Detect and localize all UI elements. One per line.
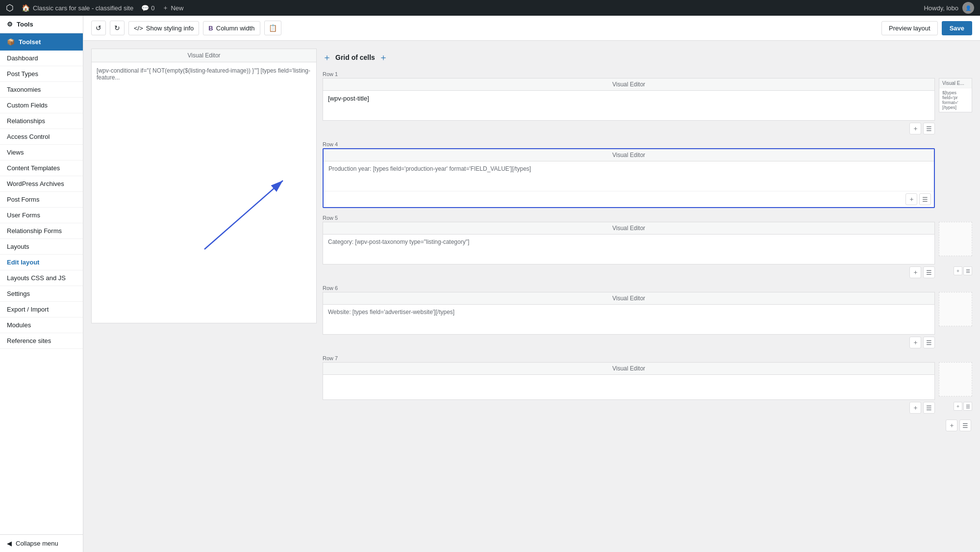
undo-button[interactable]: ↺: [91, 21, 106, 35]
row-1-menu-button[interactable]: ☰: [923, 123, 935, 134]
comments-link[interactable]: 💬 0: [141, 4, 154, 12]
save-button[interactable]: Save: [942, 21, 972, 35]
row-4-menu-button[interactable]: ☰: [919, 193, 931, 205]
redo-button[interactable]: ↻: [110, 21, 125, 35]
row-4-cells: Visual Editor Production year: [types fi…: [323, 148, 972, 208]
grid-add-left-button[interactable]: ＋: [323, 52, 331, 63]
sidebar-item-reference-sites[interactable]: Reference sites: [0, 333, 83, 349]
row-5-block: Row 5 Visual Editor Category: [wpv-post-…: [323, 212, 972, 278]
row-4-footer: ＋ ☰: [324, 191, 934, 207]
left-ve-header: Visual Editor: [92, 49, 316, 62]
row-7-label: Row 7: [323, 352, 972, 362]
row-7-cells: Visual Editor: [323, 362, 972, 400]
admin-bar-right: Howdy, lobo 👤: [924, 2, 974, 14]
sidebar-tools-header: ⚙ Tools: [0, 16, 83, 33]
show-styling-button[interactable]: </> Show styling info: [128, 21, 199, 35]
sidebar-item-modules[interactable]: Modules: [0, 317, 83, 333]
sidebar-item-post-types[interactable]: Post Types: [0, 66, 83, 82]
row-1-block: Row 1 Visual Editor [wpv-post-title]: [323, 68, 972, 134]
layout-canvas: Visual Editor [wpv-conditional if="{ NOT…: [83, 41, 980, 552]
row-5-add-button[interactable]: ＋: [909, 266, 921, 278]
row-5-menu-button[interactable]: ☰: [923, 266, 935, 278]
sidebar-item-relationship-forms[interactable]: Relationship Forms: [0, 223, 83, 239]
row-5-footer-row: ＋ ☰ ＋ ☰: [323, 264, 972, 278]
grid-header: ＋ Grid of cells ＋: [323, 49, 972, 68]
column-width-button[interactable]: B Column width: [203, 21, 260, 35]
row-6-side-cell: [939, 292, 972, 326]
sidebar-item-edit-layout[interactable]: Edit layout: [0, 255, 83, 270]
row-1-add-button[interactable]: ＋: [909, 123, 921, 134]
extra-options-button[interactable]: 📋: [264, 21, 281, 35]
row-4-ve-header: Visual Editor: [324, 149, 934, 161]
row-1-side-cell: Visual E... $[types field='pr format=' […: [939, 78, 972, 121]
row-1-label: Row 1: [323, 68, 972, 78]
row-7-add-button[interactable]: ＋: [909, 402, 921, 414]
avatar[interactable]: 👤: [962, 2, 974, 14]
row-7-ve-header: Visual Editor: [323, 363, 934, 375]
row-6-ve-cell: Visual Editor Website: [types field='adv…: [323, 292, 935, 335]
collapse-menu-button[interactable]: ◀ Collapse menu: [0, 534, 83, 552]
row-4-ve-body: Production year: [types field='productio…: [324, 161, 934, 191]
site-name[interactable]: 🏠 Classic cars for sale - classified sit…: [22, 4, 133, 12]
row-6-block: Row 6 Visual Editor Website: [types fiel…: [323, 282, 972, 348]
row-6-menu-button[interactable]: ☰: [923, 337, 935, 348]
row-6-ve-header: Visual Editor: [323, 292, 934, 305]
row-5-label: Row 5: [323, 212, 972, 222]
row-7-side: [939, 362, 972, 400]
wp-logo-icon[interactable]: ⬡: [6, 2, 14, 13]
sidebar-item-export-import[interactable]: Export / Import: [0, 302, 83, 317]
svg-line-1: [204, 181, 283, 249]
row-7-side-menu-button[interactable]: ☰: [963, 402, 972, 411]
row-6-add-button[interactable]: ＋: [909, 337, 921, 348]
sidebar-item-layouts[interactable]: Layouts: [0, 239, 83, 255]
row-6-label: Row 6: [323, 282, 972, 292]
preview-layout-button[interactable]: Preview layout: [881, 21, 938, 35]
row-5-side-add-button[interactable]: ＋: [954, 266, 962, 275]
row-7-block: Row 7 Visual Editor: [323, 352, 972, 414]
sidebar-item-wordpress-archives[interactable]: WordPress Archives: [0, 176, 83, 192]
row-6-footer-row: ＋ ☰: [323, 335, 972, 348]
bottom-add-button[interactable]: ＋: [946, 420, 957, 431]
row-7-menu-button[interactable]: ☰: [923, 402, 935, 414]
row-1-footer: ＋ ☰: [323, 121, 972, 134]
sidebar-item-post-forms[interactable]: Post Forms: [0, 192, 83, 208]
row-1-side-ve: Visual E... $[types field='pr format=' […: [939, 78, 972, 112]
row-6-side: [939, 292, 972, 335]
left-ve-content: [wpv-conditional if="{ NOT(empty($(listi…: [92, 62, 316, 102]
sidebar-item-access-control[interactable]: Access Control: [0, 129, 83, 145]
row-1-side-body: $[types field='pr format=' [/types]: [939, 88, 972, 112]
collapse-icon: ◀: [7, 540, 12, 547]
toolset-icon: 📦: [7, 38, 15, 46]
row-4-add-button[interactable]: ＋: [905, 193, 917, 205]
row-7-side-add-button[interactable]: ＋: [954, 402, 962, 411]
row-5-side-menu-button[interactable]: ☰: [963, 266, 972, 275]
sidebar-item-views[interactable]: Views: [0, 145, 83, 160]
new-content-link[interactable]: ＋ New: [162, 3, 183, 12]
row-1-ve-cell: Visual Editor [wpv-post-title]: [323, 78, 935, 121]
bottom-menu-button[interactable]: ☰: [959, 420, 971, 431]
sidebar-item-taxonomies[interactable]: Taxonomies: [0, 82, 83, 98]
row-1-cells: Visual Editor [wpv-post-title] Visual E.: [323, 78, 972, 121]
sidebar-item-layouts-css-js[interactable]: Layouts CSS and JS: [0, 270, 83, 286]
row-6-cells: Visual Editor Website: [types field='adv…: [323, 292, 972, 335]
grid-add-right-button[interactable]: ＋: [379, 52, 388, 63]
home-icon: 🏠: [22, 4, 30, 12]
content-area: ↺ ↻ </> Show styling info B Column width…: [83, 16, 980, 552]
row-7-ve-body: [323, 375, 934, 399]
row-5-ve-header: Visual Editor: [323, 222, 934, 235]
sidebar-item-settings[interactable]: Settings: [0, 286, 83, 302]
code-icon: </>: [134, 25, 143, 32]
left-column: Visual Editor [wpv-conditional if="{ NOT…: [91, 49, 317, 544]
sidebar-item-dashboard[interactable]: Dashboard: [0, 51, 83, 66]
sidebar-item-relationships[interactable]: Relationships: [0, 113, 83, 129]
sidebar-item-user-forms[interactable]: User Forms: [0, 208, 83, 223]
sidebar-item-content-templates[interactable]: Content Templates: [0, 160, 83, 176]
row-4-label: Row 4: [323, 138, 972, 148]
row-6-ve-body: Website: [types field='advertiser-websit…: [323, 305, 934, 334]
row-1-main-cell: Visual Editor [wpv-post-title]: [323, 78, 935, 121]
sidebar-item-custom-fields[interactable]: Custom Fields: [0, 98, 83, 113]
sidebar: ⚙ Tools 📦 Toolset Dashboard Post Types T…: [0, 16, 83, 552]
row-1-ve-body: [wpv-post-title]: [323, 91, 934, 120]
row-5-side-cell: [939, 222, 972, 256]
sidebar-item-toolset[interactable]: 📦 Toolset: [0, 33, 83, 51]
